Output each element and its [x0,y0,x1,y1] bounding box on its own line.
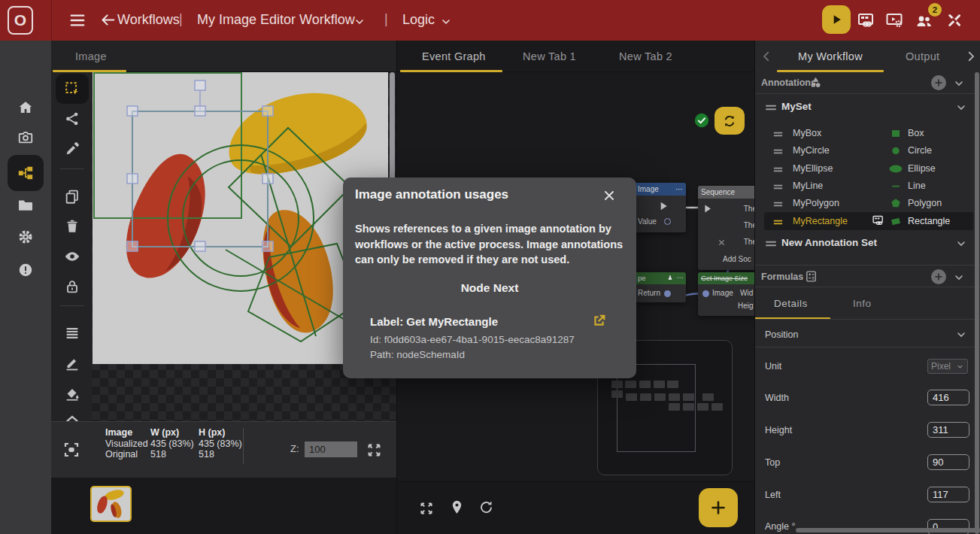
fill-bucket-icon[interactable] [64,385,80,402]
eyedropper-icon[interactable] [64,141,80,157]
sequence-add-socket[interactable]: Add Soc [723,255,751,263]
new-annotation-set-row[interactable]: New Annotation Set [755,233,980,253]
workflow-nav-active[interactable] [8,155,44,191]
pencil-icon[interactable] [64,355,80,372]
fit-screen-icon[interactable] [62,441,80,459]
set-collapse-chevron-icon[interactable] [955,102,967,114]
camera-icon[interactable] [17,129,34,146]
left-input[interactable] [927,487,969,502]
value-port[interactable] [664,218,671,225]
tab-info[interactable]: Info [853,298,872,309]
open-in-new-icon[interactable] [591,313,607,329]
list-icon[interactable] [64,325,80,341]
image-in-port[interactable] [702,290,709,297]
tabs-chevron-right-icon[interactable] [964,50,978,63]
node-sequence[interactable]: Sequence The The The Add Soc [698,186,755,270]
formulas-collapse-chevron-icon[interactable] [953,272,965,284]
hamburger-icon[interactable] [69,13,86,28]
annotations-collapse-chevron-icon[interactable] [953,77,965,90]
annotation-set-row[interactable]: MySet [755,98,980,117]
share-nodes-icon[interactable] [64,111,80,127]
annotation-row-mybox[interactable]: MyBox Box [755,125,980,143]
workflow-title[interactable]: My Image Editor Workflow [197,12,355,28]
drag-handle-icon[interactable] [772,184,784,190]
minimap-node [669,403,680,411]
tab-image[interactable]: Image [75,50,107,62]
screen-play-gear-icon[interactable] [885,11,903,29]
node-menu-icon[interactable]: ⋯ [677,272,684,284]
sequence-then-0: The [744,205,755,213]
drag-handle-icon[interactable] [772,148,784,155]
logic-chevron-down-icon[interactable] [440,16,452,28]
annotation-row-myellipse[interactable]: MyEllipse Ellipse [755,160,980,178]
marquee-select-active[interactable] [56,74,89,104]
drag-handle-icon[interactable] [772,131,784,138]
alert-circle-icon[interactable] [17,262,34,278]
copy-icon[interactable] [64,188,80,205]
frame-thumbnail[interactable] [90,486,132,522]
tab-output[interactable]: Output [906,50,939,62]
tools-icon[interactable] [945,11,963,29]
annotation-row-myline[interactable]: MyLine Line [755,177,980,196]
trash-icon[interactable] [64,218,80,235]
expand-graph-icon[interactable] [419,501,434,516]
node-image-value-label: Value [638,217,657,226]
annotation-row-mycircle[interactable]: MyCircle Circle [755,142,980,160]
add-node-button[interactable] [699,488,738,527]
top-input[interactable] [927,454,969,470]
lock-icon[interactable] [64,278,80,295]
remove-socket-icon[interactable] [718,238,726,247]
drag-handle-icon[interactable] [764,104,778,111]
tab-event-graph[interactable]: Event Graph [422,50,486,62]
exec-in-pin[interactable] [702,203,713,214]
folder-icon[interactable] [17,197,34,214]
position-collapse-chevron-icon[interactable] [955,329,967,341]
drag-handle-icon[interactable] [764,240,778,247]
exec-out-pin[interactable] [657,200,669,212]
height-input[interactable] [927,422,969,438]
tabs-chevron-left-icon[interactable] [760,50,773,63]
return-port[interactable] [664,290,671,297]
refresh-icon[interactable] [478,499,494,515]
expand-icon[interactable] [366,442,382,458]
node-menu-icon[interactable]: ⋯ [675,183,683,196]
new-set-name: New Annotation Set [781,237,877,248]
node-shape-return[interactable]: pe ⋯ Return [635,272,686,302]
home-icon[interactable] [17,99,34,116]
add-annotation-set-button[interactable] [931,75,946,90]
minimap-node [669,393,680,401]
node-image[interactable]: Image ⋯ Value [635,183,686,232]
run-play-button[interactable] [822,5,851,34]
back-arrow-icon[interactable] [100,12,116,28]
eye-icon[interactable] [64,248,80,265]
context-menu-logic[interactable]: Logic [402,12,435,28]
inspector-vertical-scrollbar[interactable] [975,72,979,534]
node-get-image-size[interactable]: Get Image Size Image Wid Heig [698,272,755,316]
drag-handle-icon[interactable] [772,219,784,226]
tab-details[interactable]: Details [774,298,808,309]
workflow-link-icon[interactable] [857,11,875,29]
inspector-horizontal-scrollbar[interactable] [796,528,980,532]
annotation-row-mypolygon[interactable]: MyPolygon Polygon [755,195,980,213]
tab-new-tab-1[interactable]: New Tab 1 [523,50,576,62]
breadcrumb-workflows[interactable]: Workflows [117,12,180,28]
width-input[interactable] [927,390,969,405]
workflow-chevron-down-icon[interactable] [353,16,366,28]
gear-icon[interactable] [17,229,34,245]
drag-handle-icon[interactable] [772,166,784,173]
app-logo[interactable]: O [8,6,33,35]
inspector-tabbar: My Workflow Output [755,41,980,72]
annotation-usages-icon[interactable] [872,214,884,227]
node-image-header: Image ⋯ [635,183,686,196]
drag-handle-icon[interactable] [772,201,784,208]
new-set-collapse-chevron-icon[interactable] [955,238,967,250]
annotation-row-myrectangle[interactable]: MyRectangle Rectangle [755,213,980,231]
add-formula-button[interactable] [931,269,946,284]
zoom-input[interactable] [305,441,357,457]
pin-icon[interactable] [449,499,465,515]
tab-new-tab-2[interactable]: New Tab 2 [619,50,672,62]
breadcrumb-separator: | [179,11,183,27]
tab-my-workflow[interactable]: My Workflow [798,50,863,62]
unit-select[interactable]: Pixel [927,359,968,374]
dialog-close-icon[interactable] [602,188,617,203]
